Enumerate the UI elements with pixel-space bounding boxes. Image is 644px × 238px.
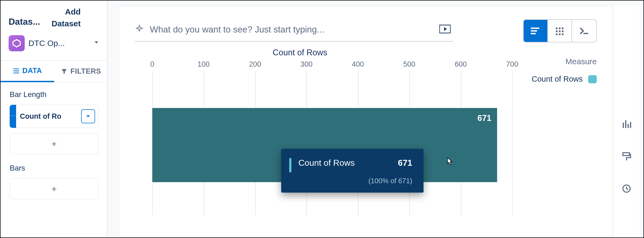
svg-rect-6	[559, 30, 560, 32]
legend-title: Measure	[532, 57, 597, 66]
tooltip-label: Count of Rows	[298, 158, 387, 168]
axis-title-top: Count of Rows	[119, 48, 532, 57]
chart-type-button[interactable]	[621, 119, 632, 129]
saql-view-button[interactable]	[572, 20, 596, 42]
tick-label: 600	[455, 60, 467, 68]
legend-swatch-icon	[588, 75, 597, 83]
chevron-down-icon	[85, 113, 91, 119]
data-panel: Bar Length ⋮ Count of Ro + Bars +	[1, 82, 108, 209]
measure-dropdown[interactable]	[81, 109, 95, 123]
svg-rect-8	[556, 34, 558, 35]
right-rail	[613, 6, 640, 237]
dataset-header: Datas... Add Dataset	[1, 6, 108, 29]
play-icon[interactable]	[439, 24, 451, 35]
datasets-heading: Datas...	[9, 17, 52, 27]
axis-ticks: 0 100 200 300 400 500 600 700	[152, 60, 512, 71]
bar-length-value: Count of Ro	[20, 112, 81, 121]
sidebar: Datas... Add Dataset DTC Op... DATA FILT…	[1, 1, 108, 237]
svg-rect-5	[556, 30, 558, 32]
bar-length-pill[interactable]: ⋮ Count of Ro	[10, 105, 99, 128]
chart-tooltip: Count of Rows 671 (100% of 671)	[281, 149, 424, 193]
tick-label: 200	[249, 60, 261, 68]
tick-label: 300	[301, 60, 313, 68]
card-header	[119, 6, 613, 42]
svg-marker-0	[13, 40, 20, 47]
add-bar-length-button[interactable]: +	[10, 133, 99, 154]
tick-label: 700	[506, 60, 518, 68]
tab-data[interactable]: DATA	[1, 61, 54, 82]
legend-item-label: Count of Rows	[532, 75, 583, 84]
bars-heading: Bars	[10, 164, 99, 172]
sparkle-icon	[135, 24, 144, 35]
add-dataset-button[interactable]: Add Dataset	[52, 6, 81, 29]
tick-label: 0	[150, 60, 154, 68]
terminal-icon	[579, 26, 589, 36]
add-dataset-line1: Add	[52, 6, 81, 18]
svg-rect-4	[562, 27, 563, 29]
main-canvas: Count of Rows 0 100 200 300 400 500 600 …	[108, 1, 643, 237]
dataset-selector[interactable]: DTC Op...	[1, 29, 108, 61]
legend-item[interactable]: Count of Rows	[532, 75, 597, 84]
sidebar-tabs: DATA FILTERS	[1, 61, 108, 82]
svg-rect-3	[559, 27, 560, 29]
tab-filters-label: FILTERS	[70, 67, 101, 75]
bar-chart-icon	[530, 26, 541, 36]
add-bars-button[interactable]: +	[10, 178, 99, 199]
filter-icon	[61, 68, 68, 75]
paint-roller-icon	[622, 152, 631, 161]
tick-label: 100	[198, 60, 210, 68]
tab-filters[interactable]: FILTERS	[54, 61, 108, 82]
table-icon	[555, 26, 565, 36]
list-icon	[13, 67, 20, 74]
svg-rect-7	[562, 30, 563, 32]
chart-view-button[interactable]	[524, 20, 548, 42]
history-button[interactable]	[621, 183, 632, 194]
tooltip-swatch-icon	[289, 158, 291, 172]
svg-rect-10	[562, 34, 563, 35]
svg-rect-11	[623, 153, 629, 156]
chart-plot-area: 671 Count of Rows 671 (100% of 671)	[152, 71, 512, 216]
chart-card: Count of Rows 0 100 200 300 400 500 600 …	[119, 6, 613, 237]
pointer-cursor-icon	[444, 157, 454, 171]
svg-rect-2	[556, 27, 558, 29]
svg-rect-9	[559, 34, 560, 35]
dataset-name: DTC Op...	[28, 39, 89, 48]
add-dataset-line2: Dataset	[52, 18, 81, 30]
table-view-button[interactable]	[548, 20, 572, 42]
tick-label: 500	[403, 60, 415, 68]
bar-value-label: 671	[477, 113, 491, 123]
bar-chart-icon	[622, 119, 631, 129]
view-switcher	[523, 19, 597, 42]
tooltip-value: 671	[398, 158, 412, 168]
drag-handle-icon[interactable]: ⋮	[10, 105, 16, 128]
tooltip-sub: (100% of 671)	[289, 177, 412, 185]
dataset-icon	[9, 35, 25, 51]
natural-language-query[interactable]	[135, 20, 453, 42]
tick-label: 400	[352, 60, 364, 68]
bar-length-heading: Bar Length	[10, 90, 99, 99]
query-input[interactable]	[150, 24, 433, 35]
chevron-down-icon[interactable]	[93, 39, 100, 47]
chart-legend: Measure Count of Rows	[532, 57, 597, 84]
clock-icon	[622, 184, 631, 193]
format-button[interactable]	[621, 151, 632, 162]
tab-data-label: DATA	[22, 67, 42, 75]
